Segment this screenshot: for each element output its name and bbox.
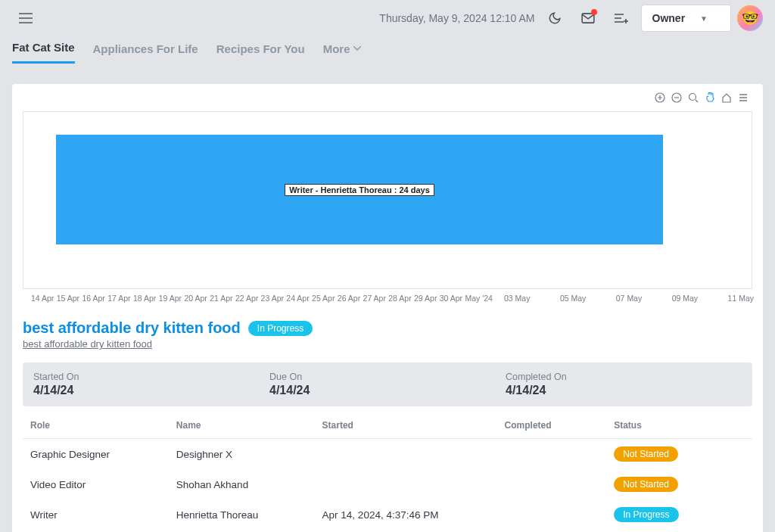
cell-completed bbox=[497, 469, 607, 499]
cell-started: Apr 14, 2024, 4:37:46 PM bbox=[315, 499, 497, 530]
task-link[interactable]: best affordable dry kitten food bbox=[23, 338, 152, 350]
main-card: Writer - Henrietta Thoreau : 24 days 14 … bbox=[12, 84, 763, 532]
owner-select[interactable]: Owner ▼ bbox=[641, 5, 731, 32]
dark-mode-toggle[interactable] bbox=[541, 5, 568, 32]
inbox-button[interactable] bbox=[574, 5, 602, 32]
chart-tick: 20 Apr bbox=[184, 294, 207, 303]
cell-name: Henrietta Thoreau bbox=[169, 499, 315, 530]
chart-tick: 23 Apr bbox=[261, 294, 284, 303]
task-status-pill: In Progress bbox=[248, 321, 313, 336]
col-status: Status bbox=[606, 412, 752, 439]
tab-more-label: More bbox=[323, 42, 350, 55]
tab-appliances[interactable]: Appliances For Life bbox=[93, 42, 198, 63]
chart-tick: 27 Apr bbox=[363, 294, 386, 303]
chart-tick: May '24 bbox=[465, 294, 492, 303]
chart-tick: 05 May bbox=[560, 294, 586, 303]
cell-role: Graphic Designer bbox=[23, 439, 169, 470]
due-on-label: Due On bbox=[269, 372, 506, 382]
gantt-bar-writer[interactable]: Writer - Henrietta Thoreau : 24 days bbox=[56, 135, 663, 244]
chart-toolbar bbox=[654, 92, 749, 104]
started-on-label: Started On bbox=[33, 372, 269, 382]
chevron-down-icon: ▼ bbox=[700, 14, 708, 23]
status-badge: In Progress bbox=[614, 507, 678, 522]
status-badge: Not Started bbox=[614, 477, 678, 492]
avatar[interactable]: 🤓 bbox=[737, 5, 763, 31]
chart-tick: 25 Apr bbox=[312, 294, 335, 303]
due-on-value: 4/14/24 bbox=[269, 384, 506, 397]
chart-tick: 21 Apr bbox=[210, 294, 232, 303]
cell-name: Shohan Akhand bbox=[169, 469, 315, 499]
menu-toggle[interactable] bbox=[12, 5, 39, 32]
zoom-in-icon[interactable] bbox=[654, 92, 666, 104]
cell-name: Desighner X bbox=[169, 439, 315, 470]
cell-role: Video Editor bbox=[23, 469, 169, 499]
svg-point-3 bbox=[689, 94, 696, 101]
task-title-row: best affordable dry kitten food In Progr… bbox=[23, 319, 752, 337]
header-datetime: Thursday, May 9, 2024 12:10 AM bbox=[379, 12, 534, 24]
col-name: Name bbox=[169, 412, 315, 439]
table-row: Graphic DesignerDesighner XNot Started bbox=[23, 439, 752, 470]
chart-tick: 16 Apr bbox=[82, 294, 104, 303]
col-completed: Completed bbox=[497, 412, 607, 439]
home-icon[interactable] bbox=[721, 92, 733, 104]
tab-more[interactable]: More bbox=[323, 42, 361, 63]
completed-on-value: 4/14/24 bbox=[506, 384, 742, 397]
table-row: WriterHenrietta ThoreauApr 14, 2024, 4:3… bbox=[23, 499, 752, 530]
chart-xaxis-dense: 14 Apr15 Apr16 Apr17 Apr18 Apr19 Apr20 A… bbox=[31, 294, 493, 303]
gantt-bar-label: Writer - Henrietta Thoreau : 24 days bbox=[285, 184, 434, 196]
owner-select-label: Owner bbox=[652, 12, 686, 24]
chart-tick: 19 Apr bbox=[159, 294, 182, 303]
filter-button[interactable] bbox=[608, 5, 635, 32]
chart-tick: 14 Apr bbox=[31, 294, 54, 303]
chevron-down-icon bbox=[353, 46, 361, 51]
started-on-value: 4/14/24 bbox=[33, 384, 269, 397]
col-role: Role bbox=[23, 412, 169, 439]
chart-tick: 22 Apr bbox=[235, 294, 258, 303]
cell-started bbox=[315, 469, 497, 499]
status-badge: Not Started bbox=[614, 446, 678, 462]
search-icon[interactable] bbox=[687, 92, 699, 104]
chart-tick: 07 May bbox=[616, 294, 642, 303]
notification-dot bbox=[591, 9, 597, 15]
chart-xaxis-sparse: 03 May05 May07 May09 May11 May bbox=[504, 294, 754, 303]
chart-tick: 24 Apr bbox=[286, 294, 309, 303]
task-title: best affordable dry kitten food bbox=[23, 319, 241, 337]
completed-on-label: Completed On bbox=[506, 372, 742, 382]
table-row: Video EditorShohan AkhandNot Started bbox=[23, 469, 752, 499]
cell-role: Writer bbox=[23, 499, 169, 530]
cell-started bbox=[315, 439, 497, 470]
menu-icon[interactable] bbox=[737, 92, 749, 104]
chart-tick: 11 May bbox=[728, 294, 754, 303]
task-dates-bar: Started On 4/14/24 Due On 4/14/24 Comple… bbox=[23, 362, 752, 406]
gantt-chart[interactable]: Writer - Henrietta Thoreau : 24 days 14 … bbox=[23, 111, 752, 289]
tab-fat-cat-site[interactable]: Fat Cat Site bbox=[12, 41, 75, 64]
chart-tick: 18 Apr bbox=[133, 294, 156, 303]
cell-completed bbox=[497, 439, 607, 470]
chart-tick: 28 Apr bbox=[388, 294, 411, 303]
cell-status: In Progress bbox=[606, 499, 752, 530]
tabs-row: Fat Cat Site Appliances For Life Recipes… bbox=[0, 36, 775, 64]
chart-tick: 29 Apr bbox=[414, 294, 437, 303]
col-started: Started bbox=[315, 412, 497, 439]
chart-tick: 30 Apr bbox=[440, 294, 462, 303]
cell-status: Not Started bbox=[606, 469, 752, 499]
chart-tick: 09 May bbox=[672, 294, 698, 303]
chart-tick: 03 May bbox=[504, 294, 530, 303]
chart-tick: 17 Apr bbox=[107, 294, 130, 303]
roles-table: Role Name Started Completed Status Graph… bbox=[23, 412, 752, 530]
tab-recipes[interactable]: Recipes For You bbox=[216, 42, 305, 63]
chart-tick: 26 Apr bbox=[338, 294, 360, 303]
chart-tick: 15 Apr bbox=[57, 294, 79, 303]
cell-completed bbox=[497, 499, 607, 530]
cell-status: Not Started bbox=[606, 439, 752, 470]
pan-icon[interactable] bbox=[704, 92, 716, 104]
zoom-out-icon[interactable] bbox=[671, 92, 683, 104]
